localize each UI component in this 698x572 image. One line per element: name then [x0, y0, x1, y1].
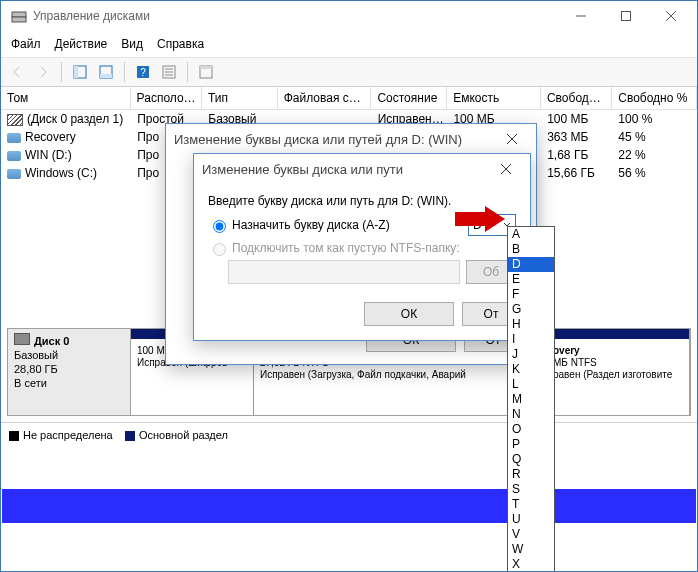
menu-help[interactable]: Справка	[157, 37, 204, 51]
svg-rect-4	[74, 66, 78, 78]
toolbar-panel1-icon[interactable]	[68, 60, 92, 84]
disk-icon	[14, 333, 30, 345]
letter-option[interactable]: B	[508, 242, 554, 257]
ntfs-path-input	[228, 260, 460, 284]
outer-dialog-close-icon[interactable]	[496, 127, 528, 151]
letter-option[interactable]: N	[508, 407, 554, 422]
legend-unallocated-swatch	[9, 431, 19, 441]
disk-info: Диск 0 Базовый 28,80 ГБ В сети	[8, 329, 131, 415]
menubar: Файл Действие Вид Справка	[1, 31, 697, 58]
letter-option[interactable]: R	[508, 467, 554, 482]
toolbar-list-icon[interactable]	[157, 60, 181, 84]
minimize-button[interactable]	[558, 2, 603, 30]
maximize-button[interactable]	[603, 2, 648, 30]
svg-rect-1	[12, 17, 26, 22]
legend-primary-swatch	[125, 431, 135, 441]
app-icon	[11, 8, 27, 24]
forward-button	[31, 60, 55, 84]
svg-rect-6	[100, 74, 112, 78]
titlebar: Управление дисками	[1, 1, 697, 31]
letter-option[interactable]: P	[508, 437, 554, 452]
menu-view[interactable]: Вид	[121, 37, 143, 51]
letter-option[interactable]: G	[508, 302, 554, 317]
volume-icon	[7, 133, 21, 143]
letter-option[interactable]: U	[508, 512, 554, 527]
col-freepct[interactable]: Свободно %	[612, 87, 697, 109]
letter-option[interactable]: V	[508, 527, 554, 542]
svg-rect-0	[12, 12, 26, 17]
letter-option[interactable]: L	[508, 377, 554, 392]
red-arrow-annotation	[455, 206, 505, 232]
assign-letter-radio[interactable]	[213, 220, 226, 233]
letter-option[interactable]: K	[508, 362, 554, 377]
letter-option[interactable]: M	[508, 392, 554, 407]
legend-unallocated: Не распределена	[23, 429, 113, 441]
letter-option[interactable]: W	[508, 542, 554, 557]
letter-option[interactable]: H	[508, 317, 554, 332]
letter-option[interactable]: O	[508, 422, 554, 437]
outer-dialog-title: Изменение буквы диска или путей для D: (…	[174, 132, 462, 147]
col-status[interactable]: Состояние	[371, 87, 447, 109]
col-free[interactable]: Свобод…	[541, 87, 612, 109]
help-icon[interactable]: ?	[131, 60, 155, 84]
disk-capacity: 28,80 ГБ	[14, 363, 58, 375]
taskbar-strip	[2, 489, 696, 523]
menu-file[interactable]: Файл	[11, 37, 41, 51]
toolbar-detail-icon[interactable]	[194, 60, 218, 84]
back-button	[5, 60, 29, 84]
svg-rect-2	[621, 12, 630, 21]
letter-option[interactable]: T	[508, 497, 554, 512]
partition[interactable]: overyМБ NTFSравен (Раздел изготовите	[547, 329, 690, 415]
disk-management-window: Управление дисками Файл Действие Вид Спр…	[0, 0, 698, 572]
legend-primary: Основной раздел	[139, 429, 228, 441]
inner-ok-button[interactable]: ОК	[364, 302, 454, 326]
drive-letter-dropdown[interactable]: ABDEFGHIJKLMNOPQRSTUVWXYZ	[507, 226, 555, 572]
col-layout[interactable]: Располо…	[131, 87, 202, 109]
toolbar: ?	[1, 58, 697, 87]
disk-name: Диск 0	[34, 335, 69, 347]
inner-dialog-title: Изменение буквы диска или пути	[202, 162, 403, 177]
change-letter-dialog-inner: Изменение буквы диска или пути Введите б…	[193, 153, 531, 341]
toolbar-panel2-icon[interactable]	[94, 60, 118, 84]
mount-ntfs-label: Подключить том как пустую NTFS-папку:	[232, 241, 460, 255]
mount-ntfs-option[interactable]: Подключить том как пустую NTFS-папку:	[208, 240, 516, 256]
volume-icon	[7, 151, 21, 161]
volume-icon	[7, 114, 23, 126]
svg-text:?: ?	[140, 67, 146, 78]
letter-option[interactable]: A	[508, 227, 554, 242]
col-volume[interactable]: Том	[1, 87, 131, 109]
assign-letter-label: Назначить букву диска (A-Z)	[232, 218, 390, 232]
letter-option[interactable]: J	[508, 347, 554, 362]
letter-option[interactable]: X	[508, 557, 554, 572]
inner-dialog-close-icon[interactable]	[490, 157, 522, 181]
svg-marker-12	[455, 206, 505, 232]
grid-header: Том Располо… Тип Файловая с… Состояние Е…	[1, 87, 697, 110]
col-capacity[interactable]: Емкость	[447, 87, 541, 109]
disk-state: В сети	[14, 377, 47, 389]
col-fs[interactable]: Файловая с…	[278, 87, 372, 109]
disk-type: Базовый	[14, 349, 58, 361]
menu-action[interactable]: Действие	[55, 37, 108, 51]
letter-option[interactable]: S	[508, 482, 554, 497]
legend: Не распределена Основной раздел	[1, 422, 697, 447]
col-type[interactable]: Тип	[202, 87, 278, 109]
letter-option[interactable]: Q	[508, 452, 554, 467]
svg-rect-11	[200, 66, 212, 69]
letter-option[interactable]: D	[508, 257, 554, 272]
mount-ntfs-radio	[213, 243, 226, 256]
window-title: Управление дисками	[33, 9, 558, 23]
letter-option[interactable]: F	[508, 287, 554, 302]
letter-option[interactable]: I	[508, 332, 554, 347]
letter-option[interactable]: E	[508, 272, 554, 287]
volume-icon	[7, 169, 21, 179]
close-button[interactable]	[648, 2, 693, 30]
